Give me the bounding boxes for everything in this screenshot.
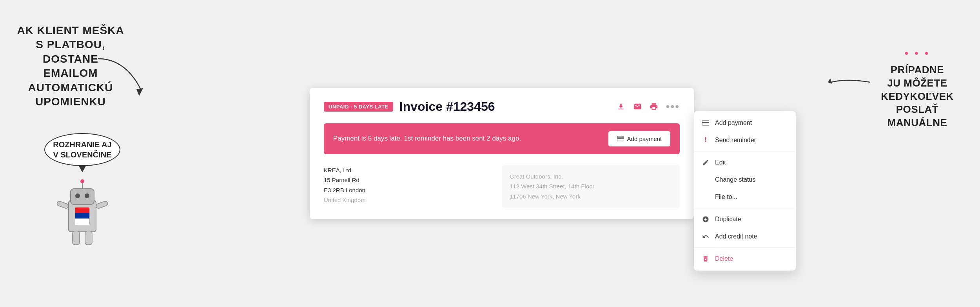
dropdown-item-add-credit-note[interactable]: Add credit note (694, 228, 796, 245)
dropdown-menu: Add payment ! Send reminder Edit (694, 111, 796, 271)
robot-container: ROZHRANIE AJ V SLOVENČINE (39, 133, 125, 249)
more-dots-icon: ••• (666, 101, 680, 112)
right-annotation-text: PRÍPADNE JU MÔŽETE KEDYKOĽVEK POSLAŤ MAN… (870, 63, 964, 130)
add-payment-button[interactable]: Add payment (608, 131, 670, 146)
from-street: 15 Parnell Rd (324, 175, 486, 185)
svg-rect-7 (75, 213, 89, 219)
dots-decoration: • • • (870, 47, 964, 60)
pencil-icon (702, 159, 710, 166)
dropdown-item-duplicate[interactable]: Duplicate (694, 211, 796, 228)
to-address: Great Outdoors, Inc. 112 West 34th Stree… (502, 165, 680, 208)
trash-icon (702, 255, 710, 263)
dropdown-item-file-to[interactable]: File to... (694, 188, 796, 206)
speech-bubble: ROZHRANIE AJ V SLOVENČINE (44, 133, 120, 166)
credit-card-icon (617, 136, 624, 141)
status-badge: UNPAID - 5 DAYS LATE (324, 102, 393, 112)
print-button[interactable] (650, 102, 658, 111)
dropdown-item-add-credit-note-label: Add credit note (715, 233, 757, 240)
dropdown-item-send-reminder-label: Send reminder (715, 137, 756, 144)
svg-point-14 (80, 179, 84, 183)
annotation-right: • • • PRÍPADNE JU MÔŽETE KEDYKOĽVEK POSL… (870, 47, 964, 130)
dropdown-item-edit[interactable]: Edit (694, 154, 796, 171)
more-button[interactable]: ••• (666, 101, 680, 112)
invoice-card: UNPAID - 5 DAYS LATE Invoice #123456 (310, 88, 694, 220)
invoice-title: Invoice #123456 (399, 99, 495, 114)
dropdown-item-add-payment[interactable]: Add payment (694, 114, 796, 132)
from-address: KREA, Ltd. 15 Parnell Rd E3 2RB London U… (324, 165, 486, 208)
svg-rect-11 (73, 231, 80, 245)
to-city: 11706 New York, New York (510, 191, 672, 202)
exclamation-icon: ! (702, 136, 710, 144)
undo-icon (702, 233, 710, 240)
svg-rect-10 (96, 200, 108, 209)
address-section: KREA, Ltd. 15 Parnell Rd E3 2RB London U… (324, 165, 680, 208)
annotation-left: AK KLIENT MEŠKA S PLATBOU, DOSTANE EMAIL… (16, 23, 125, 109)
svg-rect-16 (617, 137, 624, 139)
svg-rect-18 (702, 122, 709, 123)
curved-arrow-left (94, 55, 149, 102)
from-city: E3 2RB London (324, 185, 486, 195)
robot-illustration (51, 177, 114, 247)
credit-card-menu-icon (702, 119, 710, 127)
change-status-placeholder-icon (702, 176, 710, 184)
svg-rect-2 (71, 189, 94, 204)
dropdown-item-delete[interactable]: Delete (694, 250, 796, 267)
invoice-header-left: UNPAID - 5 DAYS LATE Invoice #123456 (324, 99, 495, 114)
file-to-placeholder-icon (702, 193, 710, 201)
alert-banner: Payment is 5 days late. 1st reminder has… (324, 123, 680, 154)
arrow-right-to-left (827, 70, 874, 94)
svg-rect-8 (75, 219, 89, 225)
svg-rect-9 (56, 200, 69, 209)
svg-rect-12 (85, 231, 92, 245)
dropdown-item-change-status[interactable]: Change status (694, 171, 796, 188)
dropdown-item-file-to-label: File to... (715, 193, 737, 200)
email-button[interactable] (633, 102, 642, 111)
add-payment-label: Add payment (627, 135, 662, 142)
email-icon (633, 102, 642, 111)
download-button[interactable] (617, 102, 625, 111)
alert-text: Payment is 5 days late. 1st reminder has… (333, 135, 521, 143)
to-company: Great Outdoors, Inc. (510, 172, 672, 182)
to-street: 112 West 34th Street, 14th Floor (510, 181, 672, 191)
svg-marker-19 (828, 78, 832, 84)
svg-point-3 (75, 193, 80, 198)
dropdown-item-duplicate-label: Duplicate (715, 216, 741, 223)
dropdown-item-send-reminder[interactable]: ! Send reminder (694, 132, 796, 149)
svg-marker-0 (136, 88, 143, 96)
duplicate-icon (702, 215, 710, 223)
dropdown-item-delete-label: Delete (715, 255, 733, 262)
invoice-header: UNPAID - 5 DAYS LATE Invoice #123456 (324, 99, 680, 114)
dropdown-divider-1 (694, 151, 796, 152)
print-icon (650, 102, 658, 111)
from-country: United Kingdom (324, 195, 486, 205)
svg-rect-6 (75, 208, 89, 213)
dropdown-item-edit-label: Edit (715, 159, 726, 166)
svg-point-4 (85, 193, 89, 198)
dropdown-item-change-status-label: Change status (715, 176, 755, 183)
page-container: AK KLIENT MEŠKA S PLATBOU, DOSTANE EMAIL… (0, 0, 980, 307)
from-company: KREA, Ltd. (324, 165, 486, 175)
dropdown-divider-3 (694, 247, 796, 248)
dropdown-divider-2 (694, 208, 796, 208)
header-actions: ••• (617, 101, 680, 112)
download-icon (617, 102, 625, 111)
dropdown-item-add-payment-label: Add payment (715, 119, 752, 126)
